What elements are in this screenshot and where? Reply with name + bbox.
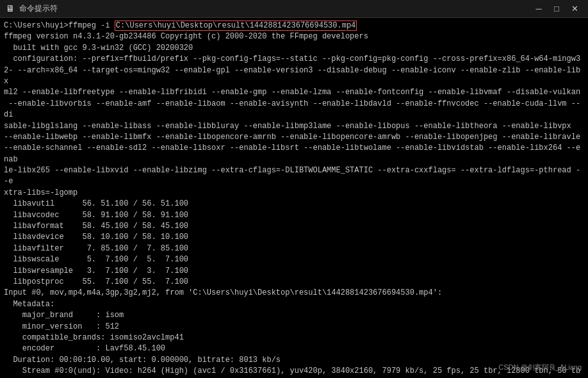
duration-line: Duration: 00:00:10.00, start: 0.000000, … — [4, 355, 584, 366]
minimize-button[interactable]: ─ — [530, 3, 547, 15]
window-controls: ─ □ ✕ — [530, 3, 583, 15]
built-with-line: built with gcc 9.3-win32 (GCC) 20200320 — [4, 43, 584, 54]
lib-swresample: libswresample 3. 7.100 / 3. 7.100 — [4, 266, 584, 277]
ffmpeg-version-line: ffmpeg version n4.3.1-20-gb234486 Copyri… — [4, 31, 584, 42]
watermark: CSDN @剑客阿良_ALiang — [498, 363, 582, 373]
terminal-content: C:\Users\huyi>ffmpeg -i C:\Users\huyi\De… — [0, 18, 588, 378]
lib-avformat: libavformat 58. 45.100 / 58. 45.100 — [4, 221, 584, 232]
lib-avdevice: libavdevice 58. 10.100 / 58. 10.100 — [4, 232, 584, 243]
lib-swscale: libswscale 5. 7.100 / 5. 7.100 — [4, 254, 584, 265]
compatible-brands: compatible_brands: isomiso2avclmp41 — [4, 333, 584, 343]
lib-avfilter: libavfilter 7. 85.100 / 7. 85.100 — [4, 243, 584, 254]
title-bar: 🖥 命令提示符 ─ □ ✕ — [0, 0, 588, 18]
close-button[interactable]: ✕ — [566, 3, 583, 15]
minor-version: minor_version : 512 — [4, 322, 584, 333]
window-icon: 🖥 — [5, 4, 15, 14]
title-bar-text: 命令提示符 — [19, 3, 530, 14]
lib-postproc: libpostproc 55. 7.100 / 55. 7.100 — [4, 277, 584, 288]
config-line: configuration: --prefix=ffbuild/prefix -… — [4, 54, 584, 199]
maximize-button[interactable]: □ — [548, 3, 565, 15]
lib-avutil: libavutil 56. 51.100 / 56. 51.100 — [4, 199, 584, 210]
cmd-line-1: C:\Users\huyi>ffmpeg -i C:\Users\huyi\De… — [4, 21, 584, 31]
video-stream: Stream #0:0(und): Video: h264 (High) (av… — [4, 366, 584, 378]
lib-avcodec: libavcodec 58. 91.100 / 58. 91.100 — [4, 210, 584, 221]
input-path-highlight: C:\Users\huyi\Desktop\result\14428814236… — [115, 21, 357, 31]
major-brand: major_brand : isom — [4, 310, 584, 321]
cmd-window: 🖥 命令提示符 ─ □ ✕ C:\Users\huyi>ffmpeg -i C:… — [0, 0, 588, 378]
input-file-line: Input #0, mov,mp4,m4a,3gp,3g2,mj2, from … — [4, 288, 584, 299]
metadata-label: Metadata: — [4, 299, 584, 310]
encoder: encoder : Lavf58.45.100 — [4, 343, 584, 354]
